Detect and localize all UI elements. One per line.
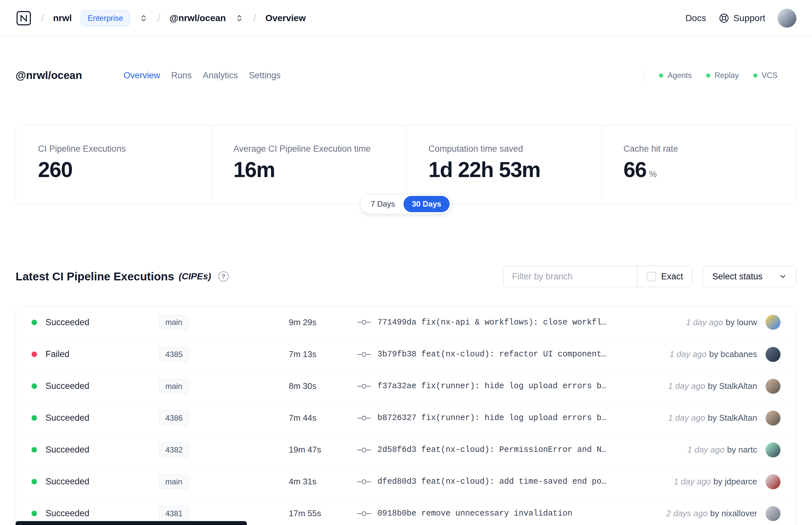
workspace-name[interactable]: @nrwl/ocean <box>170 13 226 24</box>
stat-value: 66% <box>624 157 787 182</box>
table-row[interactable]: Succeeded main 8m 30s f37a32ae fix(runne… <box>16 370 796 402</box>
status-label: Succeeded <box>45 508 89 519</box>
author-label: by nixallover <box>710 508 757 518</box>
date-range-toggle: 7 Days 30 Days <box>360 194 451 214</box>
tab-overview[interactable]: Overview <box>124 71 160 80</box>
author-label: by StalkAltan <box>708 381 757 391</box>
status-dot <box>31 511 37 516</box>
time-ago: 1 day ago <box>674 477 711 486</box>
green-status-dot <box>659 73 663 78</box>
status-label: Failed <box>45 349 70 359</box>
nx-logo-icon[interactable] <box>16 10 32 26</box>
stat-unit: % <box>649 169 657 179</box>
stats-section: CI Pipeline Executions 260 Average CI Pi… <box>16 125 796 205</box>
support-link[interactable]: Support <box>718 13 765 24</box>
row-avatar <box>766 442 781 457</box>
branch-badge: 4386 <box>159 411 189 425</box>
row-avatar <box>766 315 781 330</box>
status-dot <box>31 447 37 452</box>
branch-badge: 4385 <box>159 347 189 362</box>
status-label: Succeeded <box>45 477 89 487</box>
duration-label: 17m 55s <box>289 508 357 519</box>
time-ago: 1 day ago <box>668 381 705 391</box>
row-avatar <box>766 347 781 362</box>
git-commit-icon <box>357 478 371 486</box>
git-commit-icon <box>357 509 371 518</box>
cipe-section-header: Latest CI Pipeline Executions (CIPEs) ? … <box>0 266 812 287</box>
branch-badge: main <box>159 474 188 489</box>
top-navbar: / nrwl Enterprise / @nrwl/ocean / Overvi… <box>0 0 812 36</box>
integration-vcs[interactable]: VCS <box>753 71 778 80</box>
tab-analytics[interactable]: Analytics <box>203 71 238 80</box>
help-icon[interactable]: ? <box>218 271 229 282</box>
org-name[interactable]: nrwl <box>53 13 72 24</box>
table-row[interactable]: Succeeded main 4m 31s dfed80d3 feat(nx-c… <box>16 466 796 497</box>
tab-settings[interactable]: Settings <box>249 71 281 80</box>
breadcrumb-separator: / <box>41 12 44 24</box>
row-avatar <box>766 474 781 489</box>
row-avatar <box>766 379 781 394</box>
integration-agents[interactable]: Agents <box>659 71 692 80</box>
branch-filter-input[interactable] <box>503 266 637 287</box>
status-label: Succeeded <box>45 317 89 328</box>
stat-computation-time-saved: Computation time saved 1d 22h 53m <box>406 125 601 204</box>
branch-badge: 4381 <box>159 506 189 521</box>
table-row[interactable]: Succeeded 4386 7m 44s b8726327 fix(runne… <box>16 402 796 434</box>
branch-badge: 4382 <box>159 442 189 457</box>
table-row[interactable]: Succeeded 4382 19m 47s 2d58f6d3 feat(nx-… <box>16 434 796 466</box>
tab-runs[interactable]: Runs <box>171 71 191 80</box>
range-30-days[interactable]: 30 Days <box>403 196 450 212</box>
branch-filter-group: Exact <box>503 266 692 287</box>
git-commit-icon <box>357 350 371 359</box>
stat-label: CI Pipeline Executions <box>38 144 201 154</box>
time-ago: 2 days ago <box>666 508 707 518</box>
duration-label: 7m 44s <box>289 413 357 423</box>
status-dot <box>31 320 37 325</box>
workspace-header: @nrwl/ocean Overview Runs Analytics Sett… <box>0 65 812 86</box>
chevron-down-icon <box>779 272 787 281</box>
duration-label: 9m 29s <box>289 317 357 328</box>
stat-label: Computation time saved <box>428 144 592 154</box>
breadcrumb-separator: / <box>253 12 256 24</box>
table-row[interactable]: Succeeded main 9m 29s 771499da fix(nx-ap… <box>16 306 796 338</box>
time-ago: 1 day ago <box>670 349 706 359</box>
docs-link[interactable]: Docs <box>685 13 706 24</box>
green-status-dot <box>753 73 757 78</box>
row-avatar <box>766 411 781 425</box>
duration-label: 19m 47s <box>289 445 357 455</box>
breadcrumb: / nrwl Enterprise / @nrwl/ocean / Overvi… <box>16 10 306 26</box>
vertical-divider <box>644 68 645 83</box>
commit-message: 3b79fb38 feat(nx-cloud): refactor UI com… <box>378 349 607 359</box>
stat-value: 16m <box>233 157 397 182</box>
range-7-days[interactable]: 7 Days <box>362 196 403 212</box>
table-row[interactable]: Failed 4385 7m 13s 3b79fb38 feat(nx-clou… <box>16 338 796 370</box>
workspace-tabs: Overview Runs Analytics Settings <box>124 71 281 80</box>
exact-filter: Exact <box>637 266 692 287</box>
git-commit-icon <box>357 414 371 422</box>
status-select[interactable]: Select status <box>703 266 796 287</box>
stat-label: Average CI Pipeline Execution time <box>233 144 397 154</box>
duration-label: 4m 31s <box>289 477 357 487</box>
status-dot <box>31 351 37 357</box>
section-title: Latest CI Pipeline Executions <box>16 270 174 283</box>
time-ago: 1 day ago <box>668 413 705 423</box>
integration-replay[interactable]: Replay <box>706 71 739 80</box>
duration-label: 7m 13s <box>289 349 357 359</box>
page-name: Overview <box>265 13 306 24</box>
org-switcher-icon[interactable] <box>139 14 148 23</box>
time-ago: 1 day ago <box>687 445 724 454</box>
workspace-switcher-icon[interactable] <box>235 14 244 23</box>
stat-ci-pipeline-executions: CI Pipeline Executions 260 <box>16 125 211 204</box>
breadcrumb-separator: / <box>157 12 160 24</box>
exact-checkbox[interactable] <box>647 272 656 281</box>
status-label: Succeeded <box>45 381 89 391</box>
cipe-table: Succeeded main 9m 29s 771499da fix(nx-ap… <box>16 306 796 525</box>
user-avatar[interactable] <box>778 9 796 28</box>
status-dot <box>31 415 37 421</box>
stat-value: 1d 22h 53m <box>428 157 592 182</box>
stat-average-execution-time: Average CI Pipeline Execution time 16m <box>211 125 406 204</box>
commit-message: 2d58f6d3 feat(nx-cloud): PermissionError… <box>378 445 607 454</box>
duration-label: 8m 30s <box>289 381 357 391</box>
row-avatar <box>766 506 781 521</box>
workspace-title: @nrwl/ocean <box>16 69 82 81</box>
